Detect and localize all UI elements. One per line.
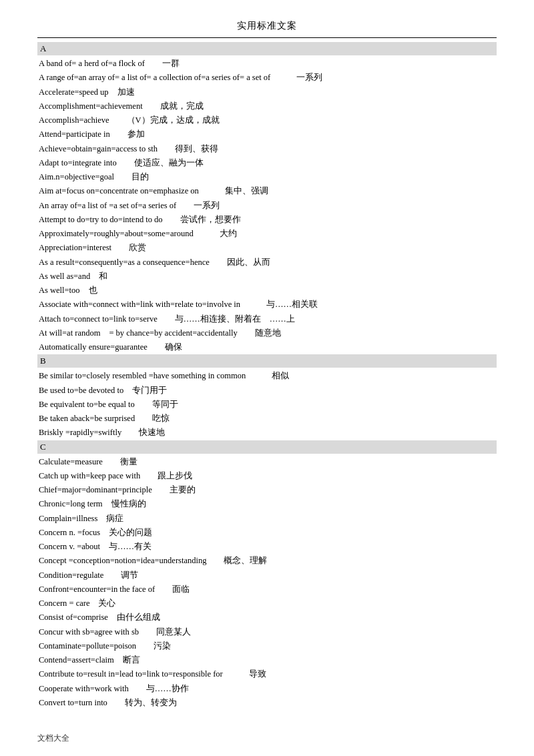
footer: 文档大全 xyxy=(37,730,497,744)
entry-0-8: Aim.n=objective=goal 目的 xyxy=(37,170,497,184)
entry-0-7: Adapt to=integrate into 使适应、融为一体 xyxy=(37,156,497,170)
entry-2-8: Condition=regulate 调节 xyxy=(37,569,497,583)
entry-0-14: As a result=consequently=as a consequenc… xyxy=(37,256,497,270)
section-header-a: A xyxy=(37,42,497,55)
entry-2-5: Concern n. =focus 关心的问题 xyxy=(37,526,497,540)
entry-0-6: Achieve=obtain=gain=access to sth 得到、获得 xyxy=(37,142,497,156)
section-header-b: B xyxy=(37,354,497,368)
entry-0-9: Aim at=focus on=concentrate on=emphasize… xyxy=(37,184,497,198)
entry-0-2: Accelerate=speed up 加速 xyxy=(37,85,497,99)
title-divider xyxy=(37,37,497,38)
entry-0-19: At will=at random = by chance=by acciden… xyxy=(37,326,497,340)
entry-2-13: Contaminate=pollute=poison 污染 xyxy=(37,639,497,653)
entry-0-17: Associate with=connect with=link with=re… xyxy=(37,298,497,312)
entry-2-2: Chief=major=dominant=principle 主要的 xyxy=(37,483,497,497)
entry-0-3: Accomplishment=achievement 成就，完成 xyxy=(37,99,497,113)
entry-2-12: Concur with sb=agree with sb 同意某人 xyxy=(37,625,497,639)
entry-0-1: A range of=an array of= a list of= a col… xyxy=(37,71,497,85)
entry-2-11: Consist of=comprise 由什么组成 xyxy=(37,611,497,625)
entry-2-14: Contend=assert=claim 断言 xyxy=(37,653,497,667)
entry-1-3: Be taken aback=be surprised 吃惊 xyxy=(37,412,497,426)
entry-2-3: Chronic=long term 慢性病的 xyxy=(37,497,497,511)
page-container: 实用标准文案 AA band of= a herd of=a flock of … xyxy=(0,0,534,756)
entry-0-0: A band of= a herd of=a flock of 一群 xyxy=(37,57,497,71)
entry-1-2: Be equivalent to=be equal to 等同于 xyxy=(37,398,497,412)
entry-2-10: Concern = care 关心 xyxy=(37,597,497,611)
entry-0-11: Attempt to do=try to do=intend to do 尝试作… xyxy=(37,213,497,227)
entry-0-16: As well=too 也 xyxy=(37,284,497,298)
entry-1-0: Be similar to=closely resembled =have so… xyxy=(37,369,497,383)
entry-0-15: As well as=and 和 xyxy=(37,270,497,284)
entry-2-4: Complain=illness 病症 xyxy=(37,512,497,526)
entry-1-4: Briskly =rapidly=swiftly 快速地 xyxy=(37,426,497,440)
entry-2-9: Confront=encounter=in the face of 面临 xyxy=(37,583,497,597)
entry-2-6: Concern v. =about 与……有关 xyxy=(37,540,497,554)
entry-0-10: An array of=a list of =a set of=a series… xyxy=(37,199,497,213)
entry-2-1: Catch up with=keep pace with 跟上步伐 xyxy=(37,469,497,483)
entry-2-17: Convert to=turn into 转为、转变为 xyxy=(37,696,497,710)
entry-0-4: Accomplish=achieve （V）完成，达成，成就 xyxy=(37,113,497,127)
entry-0-12: Approximately=roughly=about=some=around … xyxy=(37,227,497,241)
entry-0-13: Appreciation=interest 欣赏 xyxy=(37,241,497,255)
entry-2-0: Calculate=measure 衡量 xyxy=(37,455,497,469)
entry-2-15: Contribute to=result in=lead to=link to=… xyxy=(37,667,497,681)
section-header-c: C xyxy=(37,440,497,454)
entry-2-7: Concept =conception=notion=idea=understa… xyxy=(37,554,497,568)
entry-1-1: Be used to=be devoted to 专门用于 xyxy=(37,384,497,398)
entry-0-5: Attend=participate in 参加 xyxy=(37,127,497,141)
page-title: 实用标准文案 xyxy=(37,20,497,32)
entry-0-20: Automatically ensure=guarantee 确保 xyxy=(37,340,497,354)
entry-0-18: Attach to=connect to=link to=serve 与……相连… xyxy=(37,312,497,326)
entry-2-16: Cooperate with=work with 与……协作 xyxy=(37,682,497,696)
sections-container: AA band of= a herd of=a flock of 一群A ran… xyxy=(37,42,497,710)
